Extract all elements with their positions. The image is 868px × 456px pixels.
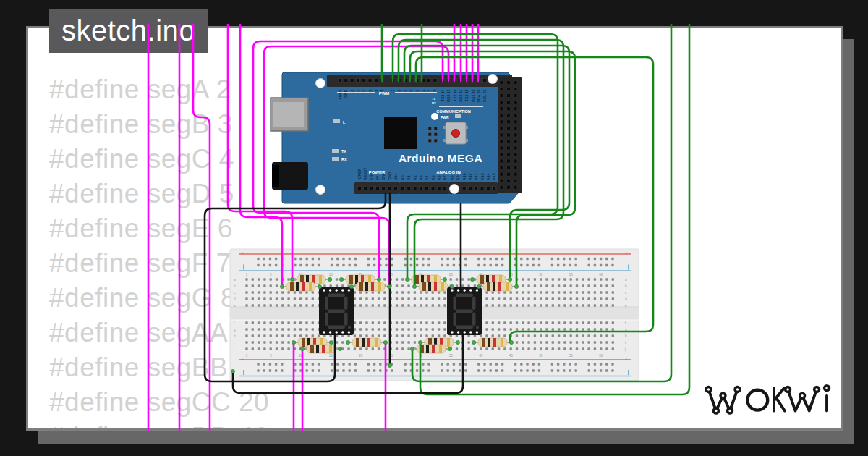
resistor-band bbox=[355, 275, 358, 284]
pin-label: 11 bbox=[362, 89, 366, 93]
rail-plus-left: + bbox=[241, 357, 244, 362]
column-number: 1 bbox=[246, 354, 248, 358]
pin-socket bbox=[391, 79, 395, 83]
pin-socket bbox=[401, 187, 405, 190]
column-number: 5 bbox=[270, 354, 272, 358]
seven-segment-display bbox=[319, 287, 354, 335]
pin-socket bbox=[443, 187, 447, 190]
resistor-band bbox=[487, 282, 490, 291]
resistor-band bbox=[302, 338, 305, 347]
resistor bbox=[302, 345, 340, 353]
display-pin bbox=[341, 289, 344, 292]
breadboard: ++++115510101515202025253030353540404545… bbox=[230, 249, 639, 381]
pin-socket bbox=[486, 187, 490, 190]
column-number: 55 bbox=[569, 273, 574, 276]
analog-in-label: ANALOG IN bbox=[436, 170, 461, 174]
row-letter: b bbox=[625, 284, 627, 288]
pin-label: IOREF bbox=[357, 169, 362, 180]
resistor-band bbox=[365, 282, 368, 291]
pin-label: RX3 15 bbox=[446, 89, 451, 101]
tx-label: TX bbox=[432, 97, 436, 101]
column-number: 30 bbox=[419, 354, 423, 358]
pin-socket bbox=[407, 187, 411, 190]
segment-g bbox=[456, 310, 473, 313]
rail-minus-right bbox=[628, 370, 629, 375]
icsp-pin bbox=[434, 133, 438, 137]
breadboard-center-channel bbox=[230, 307, 639, 320]
rx-label: RX bbox=[432, 101, 436, 105]
pin-label: GND bbox=[388, 172, 392, 180]
row-letter: a bbox=[625, 278, 627, 282]
pin-socket bbox=[433, 79, 437, 83]
resistor-band bbox=[362, 338, 365, 347]
segment-f bbox=[326, 297, 329, 311]
pin-socket bbox=[370, 187, 373, 190]
segment-c bbox=[344, 313, 348, 326]
pin-label: A9 bbox=[456, 175, 460, 180]
row-letter: i bbox=[625, 341, 626, 345]
resistor-band bbox=[349, 275, 353, 284]
rail-plus-right: + bbox=[625, 251, 628, 256]
pin-label: 10 bbox=[368, 89, 373, 93]
icsp-pin bbox=[428, 133, 432, 137]
pin-label: 9 bbox=[374, 89, 378, 91]
pin-label: A12 bbox=[474, 173, 478, 180]
led-l bbox=[333, 119, 340, 123]
pin-socket bbox=[344, 79, 348, 83]
pin-socket bbox=[420, 187, 423, 190]
resistor-band bbox=[439, 345, 442, 353]
usb-connector-inner bbox=[273, 102, 304, 127]
resistor-band bbox=[441, 282, 444, 291]
pin-socket bbox=[376, 187, 380, 190]
pin-label: A3 bbox=[419, 175, 423, 180]
display-pin bbox=[463, 331, 466, 334]
pin-label: Vin bbox=[393, 174, 398, 180]
pin-label: A15 bbox=[492, 173, 496, 180]
resistor bbox=[479, 282, 516, 291]
wokwi-share-card: { "window": { "title_tab": "sketch.ino" … bbox=[0, 0, 868, 456]
display-pin bbox=[348, 331, 351, 334]
resistor-band bbox=[432, 345, 435, 353]
resistor bbox=[474, 338, 511, 347]
icsp-pin bbox=[428, 127, 432, 130]
pin-socket bbox=[471, 79, 475, 83]
row-letter: b bbox=[234, 284, 236, 288]
pin-label: A6 bbox=[437, 175, 441, 180]
resistor-band bbox=[316, 345, 319, 353]
display-pin bbox=[469, 289, 472, 292]
bottom-pin-header bbox=[399, 182, 448, 194]
icsp-pin bbox=[428, 139, 432, 143]
pin-label: A10 bbox=[462, 173, 467, 180]
pin-label: A0 bbox=[401, 175, 405, 180]
row-letter: e bbox=[234, 304, 236, 308]
led-tx bbox=[332, 149, 339, 153]
arduino-mega-board: AREFGND131211109876543210TX3 14RX3 15TX2… bbox=[271, 72, 522, 203]
column-number: 15 bbox=[329, 354, 333, 358]
row-letter: g bbox=[234, 328, 236, 332]
column-number: 10 bbox=[299, 354, 303, 358]
row-letter: j bbox=[624, 347, 626, 351]
column-number: 55 bbox=[569, 354, 574, 358]
column-number: 35 bbox=[449, 273, 454, 276]
resistor-band bbox=[493, 338, 496, 347]
segment-e bbox=[326, 313, 329, 326]
pin-socket bbox=[382, 187, 386, 190]
pin-label: A14 bbox=[486, 173, 490, 180]
column-number: 40 bbox=[479, 354, 483, 358]
logo-node bbox=[728, 408, 733, 413]
row-letter: h bbox=[625, 334, 627, 338]
pin-label: 7 bbox=[391, 89, 395, 91]
column-number: 60 bbox=[599, 354, 603, 358]
row-letter: h bbox=[234, 334, 236, 338]
mount-hole bbox=[316, 79, 326, 88]
rail-minus-left bbox=[243, 265, 244, 270]
resistor-band bbox=[422, 282, 426, 291]
pin-socket bbox=[393, 187, 397, 190]
display-pin bbox=[457, 331, 460, 334]
resistor-band bbox=[482, 338, 485, 347]
pin-label: TX2 16 bbox=[453, 89, 457, 101]
resistor-band bbox=[420, 345, 424, 353]
column-number: 1 bbox=[246, 273, 248, 276]
logo-node bbox=[786, 387, 791, 392]
pin-socket bbox=[339, 79, 342, 83]
